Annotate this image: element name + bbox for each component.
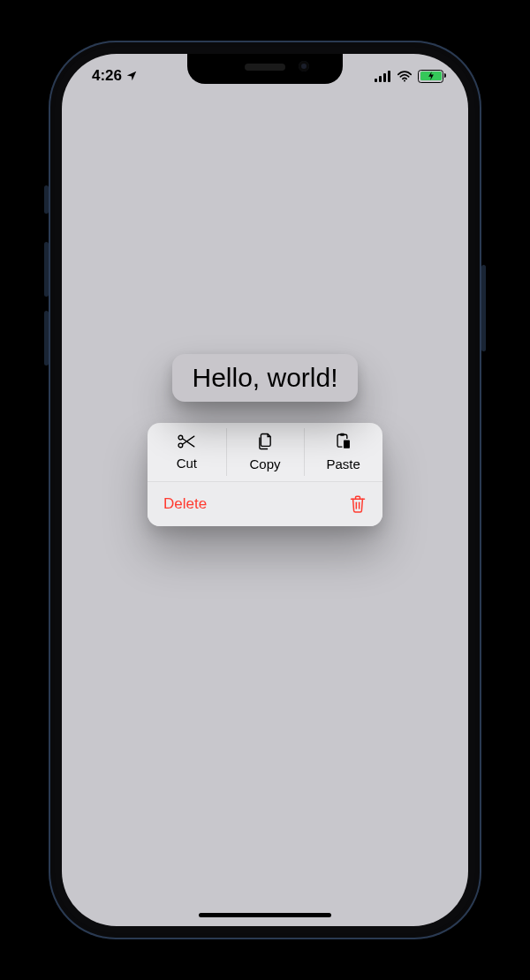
menu-item-label: Paste [327,456,360,471]
menu-item-label: Delete [163,495,207,513]
home-indicator[interactable] [199,913,331,917]
iphone-frame: 4:26 [49,41,481,939]
svg-rect-9 [343,440,350,449]
status-bar-right [375,70,443,83]
content-area: Hello, world! Cut [62,54,468,926]
volume-up-button [44,242,49,297]
delete-button[interactable]: Delete [148,481,382,526]
doc-on-doc-icon [256,433,274,453]
cellular-icon [375,71,391,82]
svg-rect-0 [375,79,377,82]
battery-charging-icon [418,70,443,83]
mute-switch [44,185,49,214]
paste-button[interactable]: Paste [304,423,382,481]
scissors-icon [177,433,196,452]
volume-down-button [44,311,49,366]
power-button [481,265,486,351]
cut-button[interactable]: Cut [148,423,226,481]
context-menu-preview[interactable]: Hello, world! [172,354,357,402]
context-menu: Cut Copy [148,423,382,526]
svg-rect-3 [388,71,390,82]
notch [187,54,343,84]
svg-rect-2 [383,73,386,82]
svg-point-4 [404,79,405,81]
trash-icon [349,494,367,514]
screen: 4:26 [62,54,468,926]
status-time: 4:26 [92,67,122,85]
svg-rect-8 [340,433,344,436]
menu-item-label: Cut [177,456,197,471]
status-bar-left: 4:26 [92,67,138,85]
svg-point-6 [178,443,183,448]
clipboard-icon [335,433,352,453]
wifi-icon [397,71,413,82]
context-menu-primary-row: Cut Copy [148,423,382,481]
svg-point-5 [178,435,183,440]
menu-item-label: Copy [249,456,280,471]
location-arrow-icon [125,70,138,82]
svg-rect-1 [379,76,382,82]
copy-button[interactable]: Copy [226,423,305,481]
